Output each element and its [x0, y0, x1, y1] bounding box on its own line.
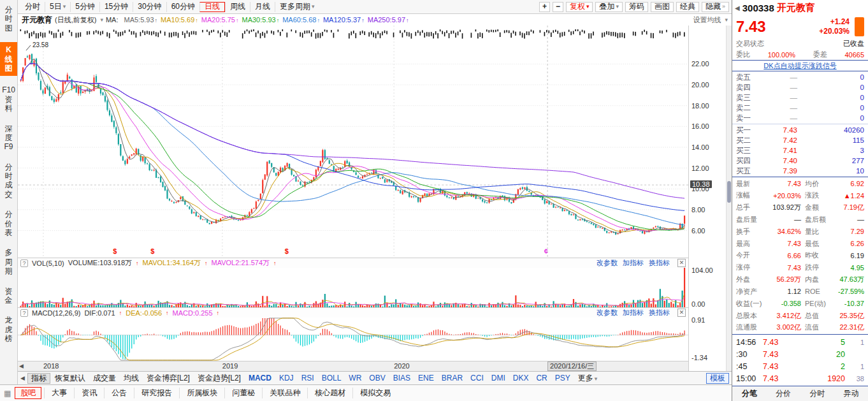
bottom-tab-research-reports[interactable]: 研究报告 — [134, 388, 179, 398]
tick-volume: 5 — [791, 338, 845, 347]
indicator-psy[interactable]: PSY — [552, 374, 574, 383]
indicator-dmi[interactable]: DMI — [488, 374, 509, 383]
quote-tab-intraday[interactable]: 分时 — [806, 388, 828, 399]
quote-tab-tick[interactable]: 分笔 — [738, 388, 761, 399]
bottom-tab-guba[interactable]: 股吧 — [15, 387, 41, 399]
sidebar-item-dragon-tiger[interactable]: 龙 虎 榜 — [0, 314, 17, 344]
chips-button[interactable]: 筹码 — [625, 2, 648, 12]
sidebar-item-price-table[interactable]: 分 价 表 — [0, 208, 17, 238]
level-price[interactable]: — — [759, 94, 797, 101]
indicator-brar[interactable]: BRAR — [438, 374, 466, 383]
chart-scrollbar[interactable] — [726, 26, 732, 371]
indicator-fund-game-l2[interactable]: 资金博弈[L2] — [143, 373, 193, 384]
indicator-boll[interactable]: BOLL — [319, 374, 345, 383]
indicator-dkx[interactable]: DKX — [510, 374, 532, 383]
indicator-more[interactable]: 更多▾ — [575, 373, 601, 384]
close-icon[interactable]: ✕ — [677, 259, 686, 267]
scrollbar-thumb[interactable] — [727, 181, 731, 203]
period-30min-button[interactable]: 30分钟 — [133, 2, 166, 12]
collapse-panel-icon[interactable]: ◀ — [735, 4, 740, 11]
indicator-obv[interactable]: OBV — [366, 374, 388, 383]
level-price[interactable]: 7.43 — [759, 126, 797, 134]
apps-grid-icon[interactable]: ▦ — [4, 389, 11, 398]
bottom-tab-major-events[interactable]: 大事 — [44, 388, 74, 398]
period-daily-button[interactable]: 日线 — [199, 2, 225, 12]
chevron-down-icon[interactable]: ▾ — [100, 17, 103, 23]
sidebar-item-kline-chart[interactable]: K 线 图 — [0, 42, 17, 76]
indicator-template[interactable]: 模板 — [706, 373, 729, 384]
bottom-tab-announcements[interactable]: 公告 — [104, 388, 134, 398]
quote-tab-movements[interactable]: 异动 — [839, 388, 862, 399]
close-icon[interactable]: ✕ — [677, 309, 686, 317]
help-icon[interactable]: ? — [20, 259, 28, 267]
level-price[interactable]: 7.39 — [759, 167, 797, 175]
zoom-out-button[interactable]: − — [553, 2, 563, 12]
indicator-macd[interactable]: MACD — [245, 374, 275, 383]
field-label: 今开 — [736, 251, 766, 260]
sidebar-item-depth-f9[interactable]: 深 度 F9 — [0, 123, 17, 153]
indicator-volume[interactable]: 成交量 — [90, 373, 119, 384]
indicator-rsi[interactable]: RSI — [298, 374, 317, 383]
change-params-link[interactable]: 改参数 — [597, 258, 618, 268]
period-monthly-button[interactable]: 月线 — [250, 2, 275, 12]
bottom-tab-news[interactable]: 资讯 — [74, 388, 104, 398]
period-5min-button[interactable]: 5分钟 — [70, 2, 99, 12]
quote-field-row: 总手103.92万金额7.19亿 — [736, 203, 864, 213]
scroll-left-icon[interactable]: ◀ — [19, 363, 24, 369]
bottom-tab-core-themes[interactable]: 核心题材 — [307, 388, 352, 398]
sidebar-item-realtime-chart[interactable]: 分 时 图 — [0, 4, 17, 34]
adjust-button[interactable]: 复权▾ — [566, 2, 593, 12]
indicator-cci[interactable]: CCI — [467, 374, 487, 383]
add-indicator-link[interactable]: 加指标 — [623, 258, 644, 268]
level-price[interactable]: — — [759, 104, 797, 112]
level-price[interactable]: — — [759, 114, 797, 122]
change-params-link[interactable]: 改参数 — [597, 308, 618, 317]
hide-button[interactable]: 隐藏» — [702, 2, 729, 12]
ma-settings-button[interactable]: 设置均线 — [693, 15, 721, 25]
period-realtime-button[interactable]: 分时 — [20, 2, 45, 12]
indicator-indicator[interactable]: 指标 — [27, 373, 50, 384]
zoom-in-button[interactable]: + — [539, 2, 550, 12]
period-5day-button[interactable]: 5日▾ — [45, 2, 70, 12]
switch-indicator-link[interactable]: 换指标 — [649, 308, 670, 317]
period-weekly-button[interactable]: 周线 — [225, 2, 250, 12]
indicator-cr[interactable]: CR — [533, 374, 550, 383]
volume-chart[interactable] — [18, 268, 688, 307]
indicator-ene[interactable]: ENE — [415, 374, 437, 383]
sidebar-item-f10-info[interactable]: F10 资 料 — [0, 84, 17, 114]
classic-button[interactable]: 经典 — [676, 2, 699, 12]
macd-chart[interactable] — [18, 317, 688, 361]
dk-signal-link[interactable]: DK点自动提示涨跌信号 — [763, 61, 836, 71]
bottom-tab-ask-secretary[interactable]: 问董秘 — [224, 388, 262, 398]
indicator-fund-trend-l2[interactable]: 资金趋势[L2] — [194, 373, 244, 384]
level-price[interactable]: 7.40 — [759, 157, 797, 164]
indicator-restore-default[interactable]: 恢复默认 — [52, 373, 89, 384]
bottom-tab-related-products[interactable]: 关联品种 — [262, 388, 307, 398]
period-60min-button[interactable]: 60分钟 — [166, 2, 199, 12]
level-price[interactable]: 7.41 — [759, 147, 797, 154]
switch-indicator-link[interactable]: 换指标 — [649, 258, 670, 268]
sidebar-item-funds[interactable]: 资 金 — [0, 286, 17, 307]
quote-tab-price-dist[interactable]: 分价 — [772, 388, 795, 399]
main-candlestick-chart[interactable]: $$$¢23.58 — [18, 26, 688, 258]
indicator-ma[interactable]: 均线 — [120, 373, 142, 384]
draw-button[interactable]: 画图 — [651, 2, 674, 12]
indicator-wr[interactable]: WR — [345, 374, 365, 383]
indicator-bias[interactable]: BIAS — [390, 374, 414, 383]
add-indicator-link[interactable]: 加指标 — [623, 308, 644, 317]
period-more-periods-button[interactable]: 更多周期▾ — [275, 2, 319, 12]
time-axis[interactable]: ◀2018201920202020/12/16/三 — [18, 361, 688, 371]
overlay-button[interactable]: 叠加▾ — [595, 2, 623, 12]
sidebar-item-tick-trades[interactable]: 分 时 成 交 — [0, 161, 17, 201]
level-price[interactable]: — — [759, 73, 797, 81]
level2-badge-icon[interactable] — [855, 17, 864, 36]
sidebar-item-multi-period[interactable]: 多 周 期 — [0, 247, 17, 277]
bottom-tab-sectors[interactable]: 所属板块 — [179, 388, 224, 398]
scroll-left-icon[interactable]: ◀ — [20, 375, 25, 381]
period-15min-button[interactable]: 15分钟 — [99, 2, 133, 12]
level-price[interactable]: 7.42 — [759, 136, 797, 144]
bottom-tab-simulated-trading[interactable]: 模拟交易 — [352, 388, 398, 398]
indicator-kdj[interactable]: KDJ — [276, 374, 297, 383]
help-icon[interactable]: ? — [20, 309, 28, 317]
level-price[interactable]: — — [759, 84, 797, 91]
